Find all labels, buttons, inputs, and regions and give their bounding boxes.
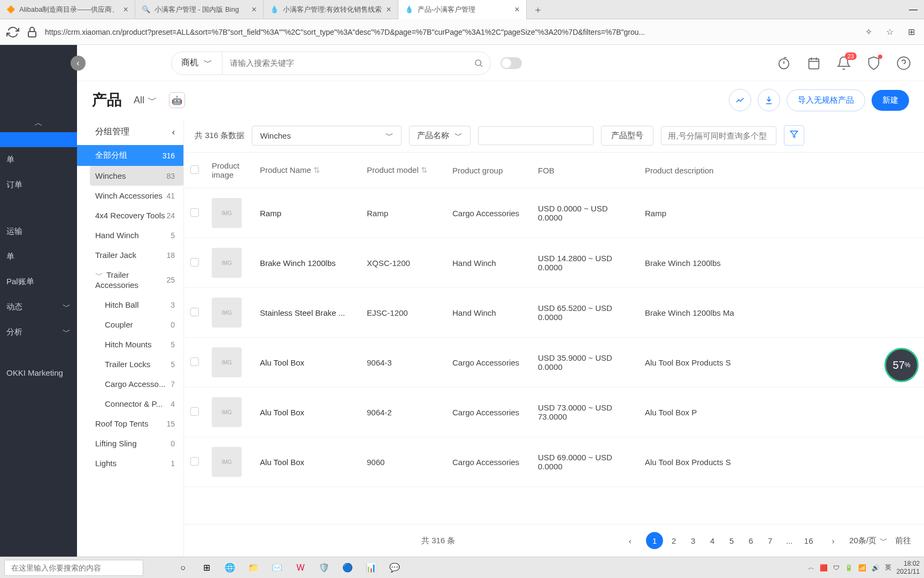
group-item-winches[interactable]: Winches83 xyxy=(90,166,183,186)
group-item[interactable]: Winch Accessories41 xyxy=(95,186,183,206)
chart-button[interactable] xyxy=(729,89,751,111)
search-category-select[interactable]: 商机 ﹀ xyxy=(172,52,222,74)
group-item-trailer-acc[interactable]: ﹀Trailer Accessories 25 xyxy=(95,265,183,295)
edge-icon[interactable]: 🌐 xyxy=(220,558,240,577)
tray-icon[interactable]: 🟥 xyxy=(820,564,828,572)
windows-search[interactable] xyxy=(4,560,143,576)
sidebar-item[interactable]: 订单 xyxy=(0,172,77,197)
group-subitem[interactable]: Hitch Ball3 xyxy=(105,295,183,315)
toggle-switch[interactable] xyxy=(500,57,522,69)
select-all-checkbox[interactable] xyxy=(190,165,199,174)
browser-tab-3[interactable]: 💧 产品-小满客户管理 × xyxy=(398,0,527,19)
collections-icon[interactable]: ⊞ xyxy=(905,26,918,39)
sidebar-item[interactable]: 单 xyxy=(0,147,77,172)
table-row[interactable]: IMG Alu Tool Box 9064-2 Cargo Accessorie… xyxy=(184,387,924,437)
table-row[interactable]: IMG Brake Winch 1200lbs XQSC-1200 Hand W… xyxy=(184,238,924,288)
col-model[interactable]: Product model⇅ xyxy=(360,153,446,188)
page-size-select[interactable]: 20条/页﹀ xyxy=(849,536,888,546)
browser-tab-2[interactable]: 💧 小满客户管理:有效转化销售线索 × xyxy=(264,0,398,19)
col-name[interactable]: Product Name⇅ xyxy=(253,153,360,188)
name-sort-select[interactable]: 产品名称﹀ xyxy=(409,126,471,146)
shield-icon[interactable]: 🛡️ xyxy=(314,558,334,577)
tray-lang[interactable]: 英 xyxy=(885,563,891,572)
tray-volume[interactable]: 🔊 xyxy=(872,564,880,572)
sort-icon[interactable]: ⇅ xyxy=(313,165,320,174)
create-button[interactable]: 新建 xyxy=(872,90,909,111)
page-number[interactable]: 3 xyxy=(684,532,702,549)
table-row[interactable]: IMG Stainless Steel Brake ... EJSC-1200 … xyxy=(184,288,924,338)
clock[interactable]: 18:02 2021/11 xyxy=(897,560,920,575)
collapse-panel-icon[interactable]: ‹ xyxy=(172,127,175,137)
new-tab-button[interactable]: ＋ xyxy=(527,3,549,16)
sidebar-item[interactable]: 动态﹀ xyxy=(0,294,77,320)
table-row[interactable]: IMG Ramp Ramp Cargo Accessories USD 0.00… xyxy=(184,188,924,238)
group-item[interactable]: Roof Top Tents15 xyxy=(95,414,183,434)
tray-icon[interactable]: 🛡 xyxy=(833,564,840,572)
model-search-input[interactable] xyxy=(661,126,776,145)
search-input[interactable] xyxy=(222,58,467,67)
tray-icon[interactable]: 🔋 xyxy=(845,564,853,572)
page-number[interactable]: 5 xyxy=(723,532,740,549)
mail-icon[interactable]: ✉️ xyxy=(267,558,287,577)
row-checkbox[interactable] xyxy=(190,258,199,267)
group-subitem[interactable]: Hitch Mounts5 xyxy=(105,334,183,354)
sort-icon[interactable]: ⇅ xyxy=(421,165,428,174)
page-number[interactable]: 6 xyxy=(742,532,759,549)
close-icon[interactable]: × xyxy=(123,5,128,14)
url-text[interactable]: https://crm.xiaoman.cn/product?preset=AL… xyxy=(45,28,856,36)
browser-tab-0[interactable]: 🔶 Alibaba制造商目录——供应商、 × xyxy=(0,0,135,19)
app-icon[interactable]: 🔵 xyxy=(338,558,357,577)
group-item[interactable]: Trailer Jack18 xyxy=(95,245,183,265)
group-item[interactable]: Lifting Sling0 xyxy=(95,434,183,453)
row-checkbox[interactable] xyxy=(190,358,199,366)
sidebar-item-marketing[interactable]: OKKI Marketing xyxy=(0,361,77,385)
sidebar-item[interactable]: 运输 xyxy=(0,219,77,244)
wps-icon[interactable]: W xyxy=(291,558,310,577)
row-checkbox[interactable] xyxy=(190,457,199,466)
group-item[interactable]: Hand Winch5 xyxy=(95,225,183,245)
cortana-icon[interactable]: ○ xyxy=(173,558,192,577)
wechat-icon[interactable]: 💬 xyxy=(385,558,404,577)
prev-page[interactable]: ‹ xyxy=(621,532,638,549)
group-subitem[interactable]: Connector & P...4 xyxy=(105,394,183,414)
row-checkbox[interactable] xyxy=(190,407,199,416)
group-subitem[interactable]: Cargo Accesso...7 xyxy=(105,374,183,394)
close-icon[interactable]: × xyxy=(386,5,391,14)
tray-chevron[interactable]: ︿ xyxy=(808,563,814,572)
model-button[interactable]: 产品型号 xyxy=(601,126,653,146)
explorer-icon[interactable]: 📁 xyxy=(244,558,263,577)
name-search-input[interactable] xyxy=(478,126,594,145)
group-all[interactable]: 全部分组316 xyxy=(77,145,183,166)
table-row[interactable]: IMG Alu Tool Box 9064-3 Cargo Accessorie… xyxy=(184,338,924,387)
shield-icon[interactable] xyxy=(866,56,881,71)
sidebar-item[interactable]: 分析﹀ xyxy=(0,320,77,345)
filter-icon[interactable] xyxy=(784,125,804,146)
sidebar-item[interactable]: Pal账单 xyxy=(0,269,77,294)
search-icon[interactable] xyxy=(467,58,490,68)
notification-icon[interactable]: 23 xyxy=(836,56,851,71)
group-item[interactable]: 4x4 Recovery Tools24 xyxy=(95,206,183,225)
table-row[interactable]: IMG Alu Tool Box 9060 Cargo Accessories … xyxy=(184,437,924,487)
sidebar-item[interactable]: 单 xyxy=(0,244,77,269)
minimize-icon[interactable]: — xyxy=(909,5,918,14)
help-icon[interactable] xyxy=(896,56,911,71)
chevron-up-icon[interactable]: ︿ xyxy=(0,115,77,132)
group-filter-select[interactable]: Winches﹀ xyxy=(252,126,402,146)
calendar-icon[interactable] xyxy=(806,56,821,71)
next-page[interactable]: › xyxy=(825,532,842,549)
timer-icon[interactable] xyxy=(776,56,791,71)
group-subitem[interactable]: Coupler0 xyxy=(105,315,183,334)
refresh-icon[interactable] xyxy=(6,26,19,39)
progress-meter[interactable]: 57% xyxy=(884,348,919,382)
sidebar-item-active[interactable] xyxy=(0,132,77,147)
page-number[interactable]: ... xyxy=(781,532,798,549)
page-number[interactable]: 16 xyxy=(800,532,817,549)
row-checkbox[interactable] xyxy=(190,208,199,217)
page-number[interactable]: 1 xyxy=(646,532,663,549)
browser-tab-1[interactable]: 🔍 小满客户管理 - 国内版 Bing × xyxy=(135,0,264,19)
close-icon[interactable]: × xyxy=(514,5,519,14)
filter-dropdown[interactable]: All ﹀ xyxy=(134,94,157,107)
download-button[interactable] xyxy=(758,89,780,111)
page-number[interactable]: 4 xyxy=(704,532,721,549)
app-icon-2[interactable]: 📊 xyxy=(361,558,381,577)
